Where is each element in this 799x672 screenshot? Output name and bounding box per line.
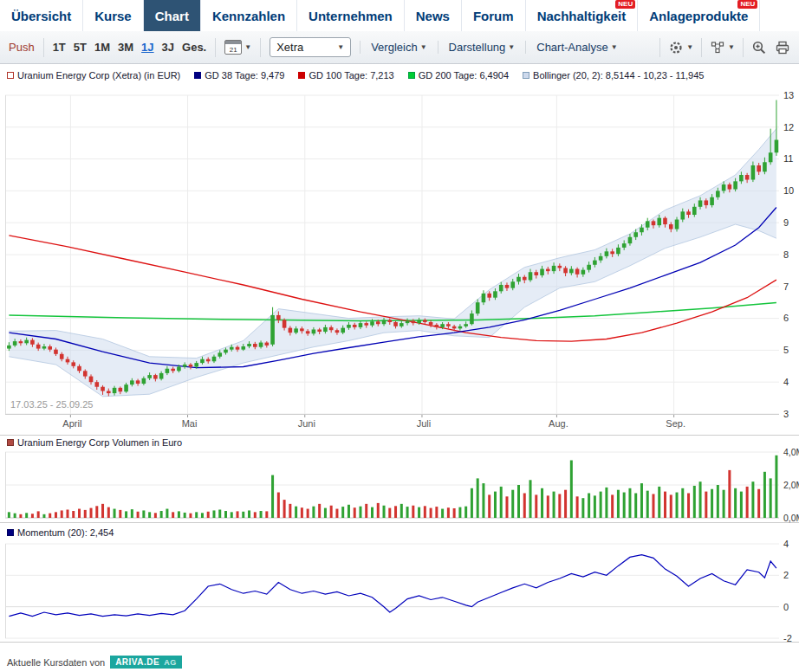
nav-item-chart[interactable]: Chart bbox=[144, 0, 201, 31]
y-axis-label: 8 bbox=[783, 249, 789, 260]
volume-bar bbox=[72, 511, 75, 518]
calendar-button[interactable]: 21 ▼ bbox=[224, 40, 251, 55]
menu-darstellung[interactable]: Darstellung▼ bbox=[438, 41, 526, 54]
price-chart-panel: 131211109876543AprilMaiJuniJuliAug.Sep.1… bbox=[5, 90, 794, 429]
volume-bar bbox=[477, 478, 479, 518]
volume-bar bbox=[594, 495, 596, 518]
y-axis-label: 3 bbox=[783, 409, 789, 419]
period-ges[interactable]: Ges. bbox=[182, 41, 206, 54]
period-1t[interactable]: 1T bbox=[53, 41, 66, 54]
settings-button[interactable]: ▼ bbox=[668, 40, 693, 55]
zoom-button[interactable] bbox=[751, 40, 767, 55]
volume-bar bbox=[19, 514, 22, 518]
menu-chart-analyse[interactable]: Chart-Analyse▼ bbox=[525, 41, 627, 54]
y-axis-label: 4,0M bbox=[783, 447, 799, 457]
push-button[interactable]: Push bbox=[9, 41, 35, 54]
volume-bar bbox=[365, 504, 367, 518]
period-5t[interactable]: 5T bbox=[74, 41, 87, 54]
exchange-select[interactable]: Xetra ▼ bbox=[270, 37, 351, 57]
volume-bar bbox=[453, 508, 456, 518]
volume-bar bbox=[570, 461, 573, 519]
y-axis-label: 11 bbox=[783, 153, 793, 164]
y-axis-label: 9 bbox=[783, 217, 789, 228]
volume-bar bbox=[435, 507, 438, 518]
period-1j[interactable]: 1J bbox=[141, 41, 153, 54]
volume-bar bbox=[728, 470, 731, 518]
volume-bar bbox=[14, 514, 16, 518]
volume-bar bbox=[605, 488, 607, 518]
nav-item-news[interactable]: News bbox=[405, 0, 462, 31]
volume-bar bbox=[488, 494, 490, 518]
volume-bar bbox=[254, 512, 257, 518]
volume-legend-label: Uranium Energy Corp Volumen in Euro bbox=[17, 437, 182, 448]
calendar-icon: 21 bbox=[224, 40, 242, 55]
y-axis-label: 7 bbox=[783, 281, 789, 292]
date-range-label: 17.03.25 - 25.09.25 bbox=[10, 399, 93, 410]
ariva-logo[interactable]: ARIVA.DE AG bbox=[110, 656, 182, 669]
volume-bar bbox=[125, 511, 127, 518]
volume-bar bbox=[265, 511, 268, 518]
volume-bar bbox=[757, 489, 760, 518]
chevron-down-icon: ▼ bbox=[337, 43, 344, 51]
nav-item-anlageprodukte[interactable]: AnlageprodukteNEU bbox=[638, 0, 760, 31]
print-button[interactable] bbox=[775, 40, 790, 55]
volume-bar bbox=[406, 507, 409, 518]
period-buttons: 1T5T1M3M1J3JGes. bbox=[53, 41, 207, 54]
volume-bar bbox=[617, 490, 620, 518]
volume-bar bbox=[547, 495, 549, 518]
nav-item-unternehmen[interactable]: Unternehmen bbox=[297, 0, 405, 31]
volume-bar bbox=[55, 512, 57, 518]
volume-bar bbox=[160, 511, 163, 518]
nav-item-label: Übersicht bbox=[11, 9, 71, 23]
volume-legend: Uranium Energy Corp Volumen in Euro bbox=[7, 437, 182, 448]
volume-bar bbox=[581, 498, 584, 518]
volume-bar bbox=[289, 504, 291, 518]
nav-item-kennzahlen[interactable]: Kennzahlen bbox=[201, 0, 297, 31]
neu-badge: NEU bbox=[615, 0, 635, 9]
volume-bar bbox=[523, 494, 526, 519]
volume-bar bbox=[664, 492, 666, 518]
nav-item-forum[interactable]: Forum bbox=[462, 0, 526, 31]
volume-bar bbox=[751, 481, 754, 518]
volume-bar bbox=[535, 494, 537, 518]
volume-bar bbox=[277, 493, 280, 518]
legend-item: Bollinger (20, 2): 8,5144 - 10,23 - 11,9… bbox=[523, 70, 704, 81]
volume-bar bbox=[271, 475, 274, 518]
exchange-select-value: Xetra bbox=[276, 41, 303, 54]
momentum-legend-label: Momentum (20): 2,454 bbox=[17, 527, 114, 538]
volume-bar bbox=[66, 510, 68, 519]
period-3m[interactable]: 3M bbox=[118, 41, 133, 54]
volume-bar bbox=[740, 492, 743, 518]
volume-bar bbox=[90, 508, 93, 518]
volume-bar bbox=[212, 510, 215, 518]
y-axis-label: -2 bbox=[783, 633, 792, 643]
divider bbox=[743, 38, 744, 57]
volume-bar bbox=[658, 487, 660, 518]
indicators-button[interactable]: ▼ bbox=[710, 40, 735, 55]
nav-item-kurse[interactable]: Kurse bbox=[83, 0, 144, 31]
volume-bar bbox=[711, 489, 713, 518]
volume-bar bbox=[131, 509, 133, 518]
volume-bar bbox=[553, 492, 555, 518]
volume-bar bbox=[137, 512, 140, 518]
volume-bar bbox=[746, 487, 749, 518]
chart-legend: Uranium Energy Corp (Xetra) (in EUR)GD 3… bbox=[7, 70, 704, 81]
period-3j[interactable]: 3J bbox=[162, 41, 174, 54]
volume-bar bbox=[318, 504, 321, 518]
chevron-down-icon: ▼ bbox=[686, 43, 693, 51]
legend-swatch bbox=[523, 72, 529, 79]
period-1m[interactable]: 1M bbox=[94, 41, 110, 54]
legend-label: Uranium Energy Corp (Xetra) (in EUR) bbox=[17, 70, 180, 81]
volume-bar bbox=[770, 478, 772, 518]
menu-vergleich[interactable]: Vergleich▼ bbox=[360, 41, 437, 54]
nav-item-nachhaltigkeit[interactable]: NachhaltigkeitNEU bbox=[526, 0, 639, 31]
volume-bar bbox=[628, 488, 631, 518]
toolbar-right: ▼ ▼ bbox=[659, 38, 790, 57]
volume-bar bbox=[634, 494, 637, 519]
volume-bar bbox=[600, 492, 602, 518]
chart-canvas[interactable]: 131211109876543AprilMaiJuniJuliAug.Sep.1… bbox=[0, 0, 799, 672]
nav-item--bersicht[interactable]: Übersicht bbox=[0, 0, 83, 31]
legend-swatch bbox=[7, 72, 14, 79]
divider bbox=[260, 38, 261, 57]
menu-label: Chart-Analyse bbox=[536, 41, 607, 54]
